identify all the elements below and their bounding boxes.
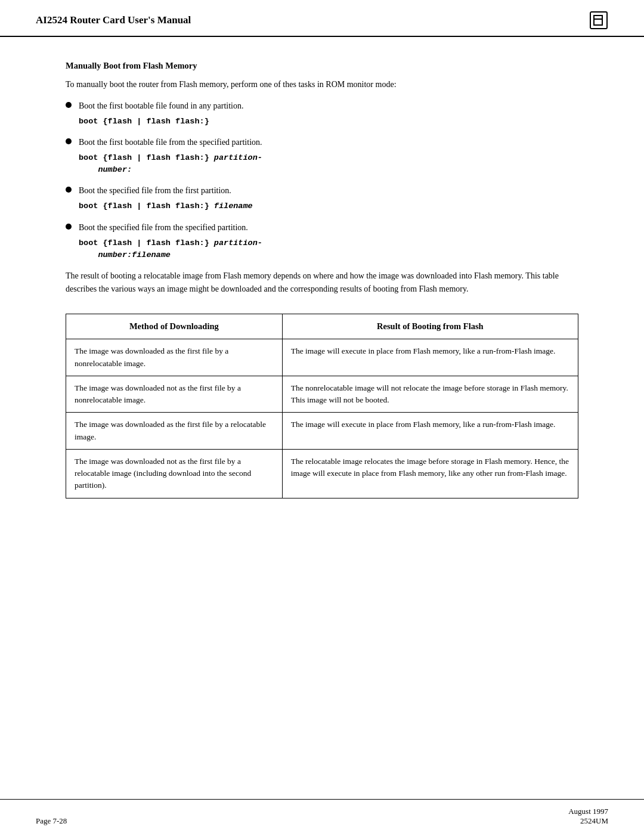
- table-cell-col1: The image was downloaded not as the firs…: [66, 376, 283, 413]
- page: AI2524 Router Card User's Manual Manuall…: [0, 0, 644, 833]
- footer-right: August 1997 2524UM: [568, 807, 608, 826]
- bullet-content: Boot the first bootable file from the sp…: [79, 136, 578, 176]
- bullet-dot-icon: [66, 224, 72, 230]
- bullet-content: Boot the specified file from the first p…: [79, 184, 578, 212]
- description-paragraph: The result of booting a relocatable imag…: [66, 270, 578, 295]
- bullet-content: Boot the first bootable file found in an…: [79, 100, 578, 128]
- table-cell-col2: The image will execute in place from Fla…: [282, 339, 578, 376]
- bullet-text: Boot the specified file from the specifi…: [79, 223, 248, 232]
- bullet-text: Boot the specified file from the first p…: [79, 186, 231, 195]
- bullet-dot-icon: [66, 138, 72, 144]
- list-item: Boot the first bootable file from the sp…: [66, 136, 578, 176]
- header: AI2524 Router Card User's Manual: [0, 0, 644, 37]
- section-heading: Manually Boot from Flash Memory: [66, 61, 578, 71]
- table-container: Method of Downloading Result of Booting …: [66, 314, 578, 498]
- code-block: boot {flash | flash flash:} partition- n…: [79, 237, 578, 262]
- bullet-text: Boot the first bootable file found in an…: [79, 101, 243, 110]
- table-row: The image was downloaded not as the firs…: [66, 449, 578, 498]
- intro-paragraph: To manually boot the router from Flash m…: [66, 78, 578, 91]
- bullet-dot-icon: [66, 187, 72, 193]
- footer-page: Page 7-28: [36, 816, 67, 826]
- footer-date: August 1997: [568, 807, 608, 816]
- list-item: Boot the specified file from the first p…: [66, 184, 578, 212]
- table-row: The image was downloaded as the first fi…: [66, 413, 578, 450]
- code-block: boot {flash | flash flash:}: [79, 116, 578, 128]
- table-row: The image was downloaded not as the firs…: [66, 376, 578, 413]
- table-cell-col2: The image will execute in place from Fla…: [282, 413, 578, 450]
- bullet-text: Boot the first bootable file from the sp…: [79, 138, 262, 147]
- bullet-list: Boot the first bootable file found in an…: [66, 100, 578, 262]
- company-logo-icon: [589, 11, 608, 30]
- table-cell-col2: The relocatable image relocates the imag…: [282, 449, 578, 498]
- bullet-dot-icon: [66, 102, 72, 108]
- table-cell-col2: The nonrelocatable image will not reloca…: [282, 376, 578, 413]
- footer: Page 7-28 August 1997 2524UM: [0, 799, 644, 833]
- svg-rect-1: [594, 16, 602, 25]
- col1-header: Method of Downloading: [66, 314, 283, 339]
- code-block: boot {flash | flash flash:} filename: [79, 200, 578, 212]
- table-header-row: Method of Downloading Result of Booting …: [66, 314, 578, 339]
- bullet-content: Boot the specified file from the specifi…: [79, 221, 578, 262]
- table-cell-col1: The image was downloaded not as the firs…: [66, 449, 283, 498]
- main-content: Manually Boot from Flash Memory To manua…: [0, 37, 644, 558]
- code-block: boot {flash | flash flash:} partition- n…: [79, 152, 578, 176]
- header-title: AI2524 Router Card User's Manual: [36, 14, 191, 26]
- list-item: Boot the specified file from the specifi…: [66, 221, 578, 262]
- svg-rect-0: [590, 12, 607, 29]
- table-row: The image was downloaded as the first fi…: [66, 339, 578, 376]
- footer-doc-id: 2524UM: [568, 816, 608, 826]
- col2-header: Result of Booting from Flash: [282, 314, 578, 339]
- list-item: Boot the first bootable file found in an…: [66, 100, 578, 128]
- table-cell-col1: The image was downloaded as the first fi…: [66, 339, 283, 376]
- table-cell-col1: The image was downloaded as the first fi…: [66, 413, 283, 450]
- booting-table: Method of Downloading Result of Booting …: [66, 314, 578, 498]
